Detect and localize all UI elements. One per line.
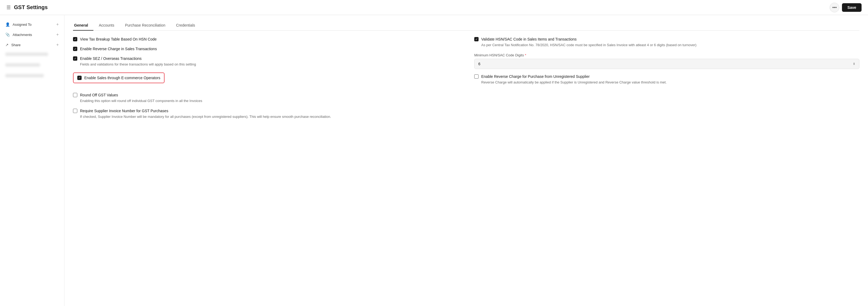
tab-general[interactable]: General — [73, 21, 93, 31]
label-sez: Enable SEZ / Overseas Transactions — [80, 56, 142, 61]
label-supplier-invoice: Require Supplier Invoice Number for GST … — [80, 109, 168, 113]
checkbox-icon-validate-hsn-sac[interactable] — [474, 37, 478, 41]
checkbox-view-tax-breakup[interactable]: View Tax Breakup Table Based On HSN Code — [73, 37, 458, 41]
setting-reverse-charge-purchase: Enable Reverse Charge for Purchase from … — [474, 74, 860, 85]
desc-reverse-charge-purchase: Reverse Charge will automatically be app… — [481, 80, 860, 85]
label-round-off-gst: Round Off GST Values — [80, 93, 118, 97]
label-reverse-charge-sales: Enable Reverse Charge in Sales Transacti… — [80, 47, 157, 51]
sidebar-label-assigned-to: Assigned To — [12, 23, 32, 27]
desc-supplier-invoice: If checked, Supplier Invoice Number will… — [80, 114, 458, 119]
setting-min-hsn-sac: Minimum HSN/SAC Code Digits * 6 ⬍ — [474, 53, 860, 69]
select-arrows-icon: ⬍ — [853, 62, 856, 66]
tab-accounts[interactable]: Accounts — [93, 21, 120, 31]
setting-validate-hsn-sac: Validate HSN/SAC Code in Sales Items and… — [474, 37, 860, 48]
setting-view-tax-breakup: View Tax Breakup Table Based On HSN Code — [73, 37, 458, 41]
highlighted-ecommerce-box: Enable Sales through E-commerce Operator… — [73, 72, 164, 83]
checkbox-icon-supplier-invoice[interactable] — [73, 109, 77, 113]
required-indicator: * — [525, 53, 526, 57]
header-left: ☰ GST Settings — [6, 4, 48, 10]
sidebar-label-attachments: Attachments — [12, 33, 32, 37]
sidebar-blurred-3 — [0, 71, 64, 82]
label-min-hsn-sac: Minimum HSN/SAC Code Digits * — [474, 53, 860, 57]
checkbox-round-off-gst[interactable]: Round Off GST Values — [73, 93, 458, 97]
desc-sez: Fields and validations for these transac… — [80, 62, 458, 67]
label-ecommerce: Enable Sales through E-commerce Operator… — [84, 76, 160, 80]
setting-round-off-gst: Round Off GST Values Enabling this optio… — [73, 93, 458, 103]
settings-left-column: View Tax Breakup Table Based On HSN Code… — [73, 37, 458, 125]
checkbox-icon-reverse-charge-purchase[interactable] — [474, 74, 478, 79]
setting-ecommerce: Enable Sales through E-commerce Operator… — [73, 72, 458, 88]
sidebar-item-share[interactable]: ↗ Share + — [0, 40, 64, 50]
label-validate-hsn-sac: Validate HSN/SAC Code in Sales Items and… — [481, 37, 577, 41]
menu-icon[interactable]: ☰ — [6, 5, 11, 10]
tab-credentials[interactable]: Credentials — [171, 21, 200, 31]
layout: 👤 Assigned To + 📎 Attachments + ↗ Share … — [0, 15, 868, 306]
sidebar-item-attachments[interactable]: 📎 Attachments + — [0, 30, 64, 40]
setting-reverse-charge-sales: Enable Reverse Charge in Sales Transacti… — [73, 47, 458, 51]
desc-round-off-gst: Enabling this option will round off indi… — [80, 98, 458, 103]
checkbox-supplier-invoice[interactable]: Require Supplier Invoice Number for GST … — [73, 109, 458, 113]
checkbox-reverse-charge-purchase[interactable]: Enable Reverse Charge for Purchase from … — [474, 74, 860, 79]
add-assigned-to-icon[interactable]: + — [56, 22, 59, 27]
checkbox-icon-round-off-gst[interactable] — [73, 93, 77, 97]
sidebar-blurred-2 — [0, 61, 64, 71]
tabs: General Accounts Purchase Reconciliation… — [73, 21, 860, 31]
checkbox-icon-view-tax-breakup[interactable] — [73, 37, 77, 41]
page-title: GST Settings — [14, 4, 48, 10]
settings-right-column: Validate HSN/SAC Code in Sales Items and… — [474, 37, 860, 125]
share-icon: ↗ — [5, 43, 8, 47]
more-button[interactable]: ••• — [830, 3, 839, 12]
sidebar-label-share: Share — [11, 43, 21, 47]
save-button[interactable]: Save — [842, 3, 862, 12]
header: ☰ GST Settings ••• Save — [0, 0, 868, 15]
checkbox-sez[interactable]: Enable SEZ / Overseas Transactions — [73, 56, 458, 61]
label-reverse-charge-purchase: Enable Reverse Charge for Purchase from … — [481, 74, 590, 79]
checkbox-icon-reverse-charge-sales[interactable] — [73, 47, 77, 51]
desc-validate-hsn-sac: As per Central Tax Notification No. 78/2… — [481, 42, 860, 48]
select-min-hsn-sac[interactable]: 6 ⬍ — [474, 59, 860, 69]
checkbox-icon-ecommerce[interactable] — [77, 76, 82, 80]
add-share-icon[interactable]: + — [56, 42, 59, 47]
assigned-to-icon: 👤 — [5, 22, 10, 27]
add-attachments-icon[interactable]: + — [56, 32, 59, 37]
main-content: General Accounts Purchase Reconciliation… — [64, 15, 868, 306]
setting-supplier-invoice: Require Supplier Invoice Number for GST … — [73, 109, 458, 119]
select-value: 6 — [478, 62, 480, 66]
attachments-icon: 📎 — [5, 32, 10, 37]
checkbox-validate-hsn-sac[interactable]: Validate HSN/SAC Code in Sales Items and… — [474, 37, 860, 41]
header-right: ••• Save — [830, 3, 862, 12]
tab-purchase-reconciliation[interactable]: Purchase Reconciliation — [120, 21, 171, 31]
checkbox-reverse-charge-sales[interactable]: Enable Reverse Charge in Sales Transacti… — [73, 47, 458, 51]
sidebar-blurred-1 — [0, 50, 64, 61]
settings-grid: View Tax Breakup Table Based On HSN Code… — [73, 37, 860, 125]
sidebar-item-assigned-to[interactable]: 👤 Assigned To + — [0, 19, 64, 30]
label-view-tax-breakup: View Tax Breakup Table Based On HSN Code — [80, 37, 157, 41]
sidebar: 👤 Assigned To + 📎 Attachments + ↗ Share … — [0, 15, 64, 306]
setting-sez: Enable SEZ / Overseas Transactions Field… — [73, 56, 458, 67]
checkbox-icon-sez[interactable] — [73, 56, 77, 61]
